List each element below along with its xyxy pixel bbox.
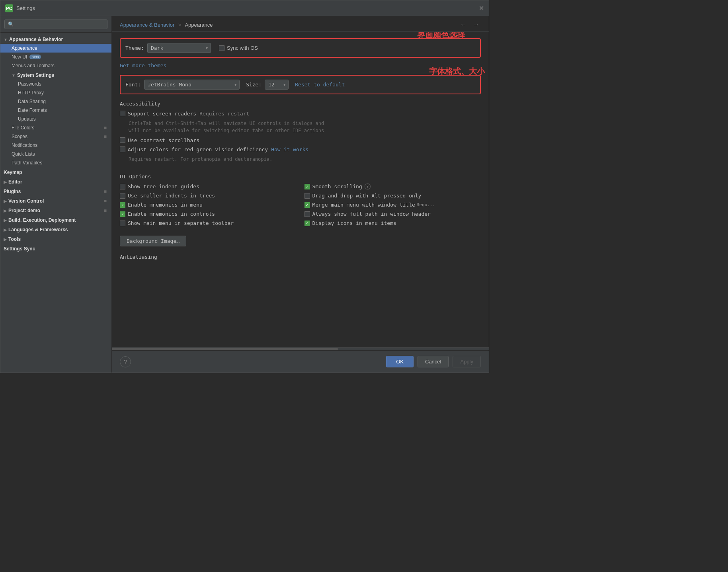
red-green-checkbox[interactable] xyxy=(120,146,125,152)
sidebar-item-menus-toolbars[interactable]: Menus and Toolbars xyxy=(0,61,111,70)
smooth-scrolling-help-icon[interactable]: ? xyxy=(365,184,371,189)
tree-indent-label: Show tree indent guides xyxy=(128,184,199,189)
full-path-label: Always show full path in window header xyxy=(312,211,431,217)
main-header: Appearance & Behavior > Appearance ← → xyxy=(112,16,489,32)
close-button[interactable]: ✕ xyxy=(479,4,484,12)
screen-readers-label: Support screen readers xyxy=(128,111,196,117)
enable-mnemonics-controls-checkbox[interactable] xyxy=(120,211,125,217)
main-content: ▼ Appearance & Behavior Appearance New U… xyxy=(0,16,489,373)
breadcrumb-separator: > xyxy=(178,22,182,28)
ui-options-right: Smooth scrolling ? Drag-and-drop with Al… xyxy=(304,184,481,229)
merge-main-menu-label: Merge main menu with window title xyxy=(312,202,415,208)
version-control-icon: ■ xyxy=(104,198,107,204)
sidebar-item-path-variables[interactable]: Path Variables xyxy=(0,158,111,167)
cancel-button[interactable]: Cancel xyxy=(418,356,449,367)
show-main-menu-checkbox[interactable] xyxy=(120,221,125,226)
sidebar-item-new-ui[interactable]: New UI Beta xyxy=(0,53,111,61)
full-path-row: Always show full path in window header xyxy=(304,211,481,217)
sidebar-item-file-colors[interactable]: File Colors ■ xyxy=(0,123,111,132)
breadcrumb-part2: Appearance xyxy=(185,22,213,28)
show-main-menu-row: Show main menu in separate toolbar xyxy=(120,220,297,226)
red-green-desc: Requires restart. For protanopia and deu… xyxy=(129,156,481,163)
red-green-label: Adjust colors for red-green vision defic… xyxy=(128,146,268,152)
font-row: Font: JetBrains Mono Consolas Courier Ne… xyxy=(120,75,481,94)
screen-readers-desc: Ctrl+Tab and Ctrl+Shift+Tab will navigat… xyxy=(129,120,481,134)
how-it-works-link[interactable]: How it works xyxy=(271,146,308,152)
size-select[interactable]: 10 11 12 13 14 16 xyxy=(265,80,289,90)
merge-main-menu-sublabel: Requ... xyxy=(417,202,435,207)
show-main-menu-label: Show main menu in separate toolbar xyxy=(128,220,234,226)
main-body: Theme: Dark Light High Contrast Sync wit… xyxy=(112,32,489,347)
sidebar-item-settings-sync[interactable]: Settings Sync xyxy=(0,244,111,253)
size-select-wrapper: 10 11 12 13 14 16 xyxy=(265,80,289,90)
breadcrumb-part1[interactable]: Appearance & Behavior xyxy=(120,22,174,28)
forward-button[interactable]: → xyxy=(471,21,481,28)
full-path-checkbox[interactable] xyxy=(304,211,310,217)
back-button[interactable]: ← xyxy=(459,21,468,28)
sidebar-item-quick-lists[interactable]: Quick Lists xyxy=(0,150,111,158)
ui-options-title: UI Options xyxy=(120,174,481,180)
help-button[interactable]: ? xyxy=(120,356,131,367)
scrollbar-thumb xyxy=(112,348,338,350)
app-icon: PC xyxy=(5,4,13,12)
font-select[interactable]: JetBrains Mono Consolas Courier New Mona… xyxy=(144,80,240,90)
search-box xyxy=(0,16,111,33)
enable-mnemonics-menu-row: Enable mnemonics in menu xyxy=(120,202,297,208)
drag-drop-row: Drag-and-drop with Alt pressed only xyxy=(304,193,481,199)
smooth-scrolling-checkbox[interactable] xyxy=(304,184,310,189)
beta-badge: Beta xyxy=(29,55,41,59)
background-image-button[interactable]: Background Image… xyxy=(120,236,186,246)
sidebar-item-editor[interactable]: ▶ Editor xyxy=(0,177,111,186)
get-themes-link[interactable]: Get more themes xyxy=(120,62,481,68)
window-title: Settings xyxy=(16,5,35,11)
apply-button[interactable]: Apply xyxy=(453,356,481,367)
sync-checkbox-row: Sync with OS xyxy=(219,45,258,51)
sidebar-item-version-control[interactable]: ▶ Version Control ■ xyxy=(0,196,111,205)
smooth-scrolling-row: Smooth scrolling ? xyxy=(304,184,481,189)
expand-arrow: ▶ xyxy=(4,209,7,213)
footer: ? OK Cancel Apply xyxy=(112,350,489,373)
collapse-arrow: ▼ xyxy=(12,73,16,78)
ok-button[interactable]: OK xyxy=(386,356,414,367)
enable-mnemonics-menu-checkbox[interactable] xyxy=(120,202,125,208)
sidebar-item-notifications[interactable]: Notifications xyxy=(0,141,111,150)
horizontal-scrollbar[interactable] xyxy=(112,347,489,350)
collapse-arrow: ▼ xyxy=(4,37,8,42)
contrast-scrollbars-checkbox[interactable] xyxy=(120,137,125,143)
sidebar-item-updates[interactable]: Updates xyxy=(0,115,111,123)
sync-os-checkbox[interactable] xyxy=(219,45,224,51)
sidebar-item-date-formats[interactable]: Date Formats xyxy=(0,106,111,115)
sidebar-item-languages[interactable]: ▶ Languages & Frameworks xyxy=(0,225,111,234)
sidebar-item-data-sharing[interactable]: Data Sharing xyxy=(0,97,111,106)
sidebar-item-tools[interactable]: ▶ Tools xyxy=(0,234,111,244)
sidebar-item-keymap[interactable]: Keymap xyxy=(0,167,111,177)
enable-mnemonics-menu-label: Enable mnemonics in menu xyxy=(128,202,203,208)
smaller-indents-checkbox[interactable] xyxy=(120,193,125,199)
reset-default-link[interactable]: Reset to default xyxy=(295,82,345,88)
tree-indent-checkbox[interactable] xyxy=(120,184,125,189)
display-icons-row: Display icons in menu items xyxy=(304,220,481,226)
theme-select-wrapper: Dark Light High Contrast xyxy=(147,43,211,53)
sidebar-item-project-demo[interactable]: ▶ Project: demo ■ xyxy=(0,205,111,215)
screen-readers-sublabel: Requires restart xyxy=(199,111,249,117)
sidebar-item-appearance[interactable]: Appearance xyxy=(0,44,111,53)
sidebar-item-appearance-behavior[interactable]: ▼ Appearance & Behavior xyxy=(0,34,111,44)
theme-select[interactable]: Dark Light High Contrast xyxy=(147,43,211,53)
sidebar-item-build[interactable]: ▶ Build, Execution, Deployment xyxy=(0,215,111,225)
screen-readers-row: Support screen readers Requires restart xyxy=(120,111,481,117)
drag-drop-checkbox[interactable] xyxy=(304,193,310,199)
merge-main-menu-checkbox[interactable] xyxy=(304,202,310,208)
sidebar-item-http-proxy[interactable]: HTTP Proxy xyxy=(0,88,111,97)
scopes-icon: ■ xyxy=(104,134,107,139)
sidebar: ▼ Appearance & Behavior Appearance New U… xyxy=(0,16,112,373)
size-label: Size: xyxy=(246,82,262,88)
drag-drop-label: Drag-and-drop with Alt pressed only xyxy=(312,193,422,199)
screen-readers-checkbox[interactable] xyxy=(120,111,125,116)
sidebar-item-plugins[interactable]: Plugins ■ xyxy=(0,186,111,196)
sidebar-item-scopes[interactable]: Scopes ■ xyxy=(0,132,111,141)
search-input[interactable] xyxy=(4,20,107,29)
sidebar-item-system-settings[interactable]: ▼ System Settings xyxy=(0,70,111,80)
sidebar-item-passwords[interactable]: Passwords xyxy=(0,80,111,88)
font-label: Font: xyxy=(125,82,141,88)
display-icons-checkbox[interactable] xyxy=(304,221,310,226)
